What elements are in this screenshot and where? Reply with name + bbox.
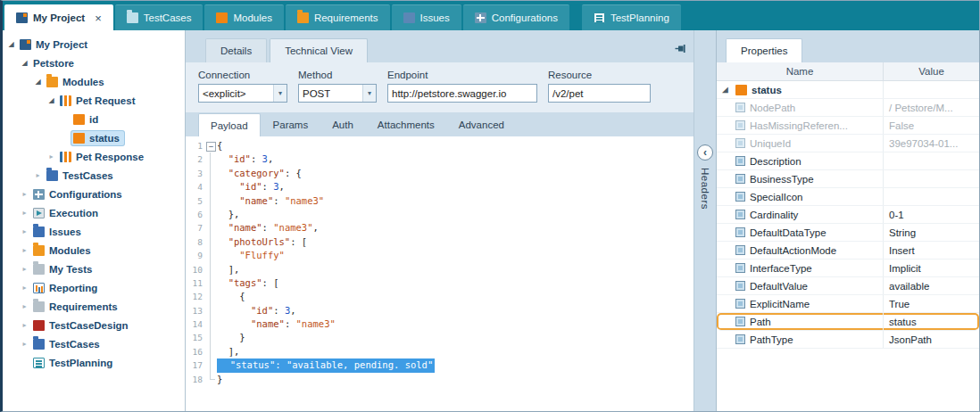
request-form: Connection<explicit>▾MethodPOST▾Endpoint… bbox=[186, 62, 693, 112]
tab-issues[interactable]: Issues bbox=[392, 4, 461, 30]
tab-testcases[interactable]: TestCases bbox=[115, 4, 203, 30]
tab-modules[interactable]: Modules bbox=[204, 4, 283, 30]
code-line[interactable]: 17 "status": "available, pending. sold" bbox=[186, 358, 693, 372]
tab-params[interactable]: Params bbox=[262, 113, 320, 136]
tab-testplanning[interactable]: TestPlanning bbox=[582, 4, 681, 30]
code-line[interactable]: 11 "tags": [ bbox=[186, 276, 693, 290]
configurations-icon bbox=[33, 189, 45, 200]
code-line[interactable]: 3 "category": { bbox=[186, 167, 693, 180]
tree-item-testplanning[interactable]: TestPlanning bbox=[3, 353, 185, 372]
tree-item-my-tests[interactable]: ▸My Tests bbox=[3, 260, 185, 278]
module-icon bbox=[60, 152, 71, 162]
code-line[interactable]: 4 "id": 3, bbox=[186, 180, 693, 194]
project-icon bbox=[20, 39, 31, 50]
property-icon bbox=[735, 299, 745, 309]
code-line[interactable]: 2 "id": 3, bbox=[186, 152, 693, 166]
configurations-icon bbox=[475, 12, 486, 23]
tab-details[interactable]: Details bbox=[205, 38, 267, 62]
code-line[interactable]: 9 "Fluffy" bbox=[186, 249, 693, 262]
fold-mid-icon bbox=[205, 249, 217, 262]
property-row-status[interactable]: ◢status bbox=[717, 81, 979, 99]
expand-arrow-icon: ▸ bbox=[19, 265, 30, 273]
expand-arrow-icon: ▸ bbox=[19, 284, 30, 292]
property-row-uniqueid[interactable]: UniqueId39e97034-01... bbox=[717, 135, 979, 152]
tree-item-petstore[interactable]: ◢Petstore bbox=[3, 54, 185, 72]
property-row-defaultactionmode[interactable]: DefaultActionModeInsert bbox=[717, 242, 979, 260]
tree-item-pet-request[interactable]: ◢Pet Request bbox=[3, 91, 185, 110]
close-tab-icon[interactable]: × bbox=[95, 12, 102, 25]
fold-mid-icon bbox=[205, 263, 217, 276]
tree-item-modules[interactable]: ▸Modules bbox=[3, 241, 185, 260]
property-row-explicitname[interactable]: ExplicitNameTrue bbox=[717, 295, 979, 313]
connection-select[interactable]: <explicit>▾ bbox=[198, 84, 287, 103]
tree-item-requirements[interactable]: ▸Requirements bbox=[3, 297, 185, 316]
pin-icon[interactable] bbox=[675, 43, 686, 54]
code-line[interactable]: 16 ], bbox=[186, 345, 693, 358]
folder-orange-icon bbox=[46, 77, 58, 87]
tree-item-status[interactable]: status bbox=[3, 128, 185, 147]
code-line[interactable]: 18} bbox=[186, 373, 693, 386]
tree-item-modules[interactable]: ◢Modules bbox=[3, 72, 185, 91]
tree-item-id[interactable]: id bbox=[3, 110, 185, 128]
property-row-interfacetype[interactable]: InterfaceTypeImplicit bbox=[717, 260, 979, 277]
tab-payload[interactable]: Payload bbox=[198, 113, 261, 136]
property-icon bbox=[735, 210, 745, 219]
code-line[interactable]: 8 "photoUrls": [ bbox=[186, 235, 693, 249]
property-row-hasmissingreferen[interactable]: HasMissingReferen...False bbox=[717, 117, 979, 135]
property-row-defaultvalue[interactable]: DefaultValueavailable bbox=[717, 277, 979, 295]
collapse-panel-icon[interactable]: ‹ bbox=[697, 144, 713, 161]
property-row-defaultdatatype[interactable]: DefaultDataTypeString bbox=[717, 224, 979, 242]
tree-item-testcases[interactable]: ▸TestCases bbox=[3, 166, 185, 185]
property-row-path[interactable]: Pathstatus bbox=[717, 313, 979, 331]
code-line[interactable]: 14 "name": "name3" bbox=[186, 317, 693, 331]
tree-item-execution[interactable]: ▸Execution bbox=[3, 203, 185, 222]
folder-gray-icon bbox=[33, 264, 45, 275]
code-line[interactable]: 13 "id": 3, bbox=[186, 304, 693, 317]
folder-orange-icon bbox=[297, 12, 309, 23]
code-line[interactable]: 7 "name": "name3", bbox=[186, 221, 693, 235]
expand-arrow-icon: ▸ bbox=[19, 302, 30, 310]
headers-tab[interactable]: Headers bbox=[700, 168, 710, 210]
code-line[interactable]: 6 }, bbox=[186, 208, 693, 221]
tree-item-reporting[interactable]: ▸Reporting bbox=[3, 278, 185, 297]
code-line[interactable]: 12 { bbox=[186, 290, 693, 303]
property-row-businesstype[interactable]: BusinessType bbox=[717, 170, 979, 188]
tab-requirements[interactable]: Requirements bbox=[286, 4, 390, 30]
method-select[interactable]: POST▾ bbox=[298, 84, 377, 103]
expand-arrow-icon: ◢ bbox=[719, 86, 731, 94]
property-icon bbox=[735, 138, 745, 148]
tree-item-testcasedesign[interactable]: ▸TestCaseDesign bbox=[3, 316, 185, 334]
tree-item-issues[interactable]: ▸Issues bbox=[3, 222, 185, 241]
fold-mid-icon bbox=[205, 208, 217, 221]
tab-my-project[interactable]: My Project× bbox=[4, 4, 113, 30]
property-row-description[interactable]: Description bbox=[717, 152, 979, 170]
property-row-pathtype[interactable]: PathTypeJsonPath bbox=[717, 331, 979, 349]
code-line[interactable]: 15 } bbox=[186, 331, 693, 344]
tab-auth[interactable]: Auth bbox=[320, 113, 365, 136]
property-row-specialicon[interactable]: SpecialIcon bbox=[717, 188, 979, 206]
tree-item-my-project[interactable]: ◢My Project bbox=[3, 35, 185, 54]
column-header-value: Value bbox=[883, 62, 979, 80]
chevron-left-icon: ‹ bbox=[703, 146, 707, 159]
tree-item-configurations[interactable]: ▸Configurations bbox=[3, 185, 185, 203]
code-line[interactable]: 5 "name": "name3" bbox=[186, 194, 693, 208]
endpoint-input[interactable] bbox=[387, 84, 537, 103]
tree-item-testcases[interactable]: ▸TestCases bbox=[3, 334, 185, 353]
tab-technical-view[interactable]: Technical View bbox=[270, 38, 368, 62]
property-row-nodepath[interactable]: NodePath/ Petstore/M... bbox=[717, 99, 979, 117]
property-icon bbox=[735, 245, 745, 255]
payload-tabs: PayloadParamsAuthAttachmentsAdvanced bbox=[186, 112, 693, 136]
resource-input[interactable] bbox=[548, 84, 651, 103]
code-line[interactable]: 10 ], bbox=[186, 263, 693, 276]
fold-mid-icon bbox=[205, 304, 217, 317]
module-detail-panel: DetailsTechnical View Connection<explici… bbox=[186, 30, 716, 411]
tab-advanced[interactable]: Advanced bbox=[447, 113, 516, 136]
code-line[interactable]: 1{ bbox=[186, 139, 693, 152]
issues-icon bbox=[403, 12, 415, 23]
tab-configurations[interactable]: Configurations bbox=[463, 4, 569, 30]
field-endpoint: Endpoint bbox=[387, 70, 537, 103]
tree-item-pet-response[interactable]: ▸Pet Response bbox=[3, 147, 185, 166]
tab-properties[interactable]: Properties bbox=[726, 38, 802, 62]
property-row-cardinality[interactable]: Cardinality0-1 bbox=[717, 206, 979, 224]
tab-attachments[interactable]: Attachments bbox=[366, 113, 446, 136]
